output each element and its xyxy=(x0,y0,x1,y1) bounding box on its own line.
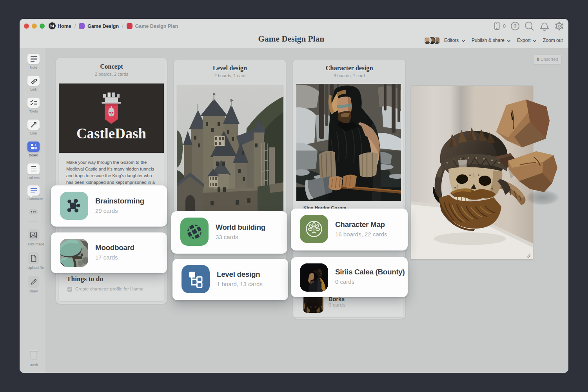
svg-text:CastleDash: CastleDash xyxy=(76,125,146,142)
svg-text:0: 0 xyxy=(503,24,506,29)
svg-text:?: ? xyxy=(514,23,517,29)
